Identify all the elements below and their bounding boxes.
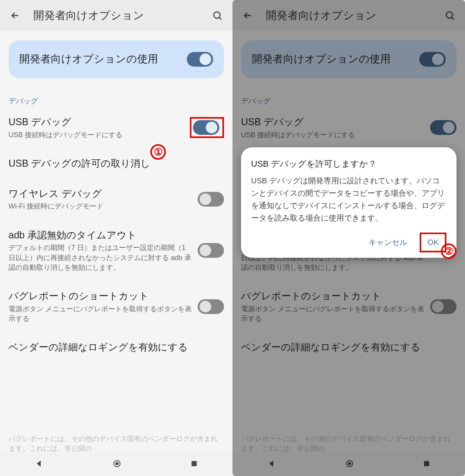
row-sub: 電源ボタン メニューにバグレポートを取得するボタンを表示する bbox=[241, 304, 426, 324]
row-title: USB デバッグ bbox=[9, 116, 186, 129]
appbar: 開発者向けオプション bbox=[232, 0, 465, 31]
nav-back-icon[interactable] bbox=[34, 459, 44, 470]
row-title: ワイヤレス デバッグ bbox=[9, 187, 194, 200]
dialog-body: USB デバッグは開発専用に設計されています。パソコンとデバイスの間でデータをコ… bbox=[251, 174, 446, 224]
row-title: ベンダーの詳細なロギングを有効にする bbox=[241, 341, 453, 354]
hero-card[interactable]: 開発者向けオプションの使用 bbox=[241, 40, 456, 78]
row-usb-debug[interactable]: USB デバッグ USB 接続時はデバッグモードにする bbox=[241, 106, 456, 148]
annotation-badge-2: ② bbox=[441, 243, 456, 259]
hero-card[interactable]: 開発者向けオプションの使用 bbox=[9, 40, 224, 78]
section-label-debug: デバッグ bbox=[241, 96, 456, 106]
svg-rect-3 bbox=[192, 461, 197, 466]
page-title: 開発者向けオプション bbox=[266, 8, 443, 23]
faded-text: バグレポートには、その他のデバイス固有のベンダーログが含まれます。これには、非公… bbox=[9, 434, 224, 454]
row-vendor-logging[interactable]: ベンダーの詳細なロギングを有効にする bbox=[9, 331, 224, 369]
row-wireless-debug[interactable]: ワイヤレス デバッグ Wi-Fi 接続時にデバッグモード bbox=[9, 178, 224, 219]
dialog-ok-button[interactable]: OK bbox=[426, 236, 440, 249]
row-sub: Wi-Fi 接続時にデバッグモード bbox=[9, 202, 194, 211]
row-bugreport[interactable]: バグレポートのショートカット 電源ボタン メニューにバグレポートを取得するボタン… bbox=[9, 280, 224, 331]
hero-switch[interactable] bbox=[187, 52, 213, 67]
dialog-title: USB デバッグを許可しますか？ bbox=[251, 158, 446, 170]
svg-point-2 bbox=[116, 462, 118, 465]
svg-rect-7 bbox=[424, 461, 429, 466]
hero-switch[interactable] bbox=[419, 52, 446, 67]
usb-debug-switch[interactable] bbox=[430, 120, 456, 135]
row-title: ベンダーの詳細なロギングを有効にする bbox=[9, 341, 220, 354]
dialog-cancel-button[interactable]: キャンセル bbox=[367, 235, 409, 250]
back-icon[interactable] bbox=[9, 9, 22, 22]
annotation-box-1 bbox=[190, 117, 224, 138]
dialog: USB デバッグを許可しますか？ USB デバッグは開発専用に設計されています。… bbox=[241, 147, 456, 258]
svg-point-0 bbox=[214, 12, 220, 18]
appbar: 開発者向けオプション bbox=[0, 0, 232, 31]
faded-text: バグレポートには、その他のデバイス固有のベンダーログが含まれます。これには、非公… bbox=[241, 434, 456, 454]
dialog-wrap: USB デバッグを許可しますか？ USB デバッグは開発専用に設計されています。… bbox=[241, 147, 456, 258]
back-icon[interactable] bbox=[241, 9, 254, 22]
dialog-actions: キャンセル OK bbox=[251, 233, 446, 252]
nav-home-icon[interactable] bbox=[112, 459, 122, 470]
svg-point-6 bbox=[348, 462, 351, 465]
nav-recent-icon[interactable] bbox=[190, 460, 198, 469]
page-title: 開発者向けオプション bbox=[33, 8, 211, 23]
nav-back-icon[interactable] bbox=[267, 459, 276, 470]
nav-recent-icon[interactable] bbox=[423, 460, 431, 469]
row-usb-debug[interactable]: USB デバッグ USB 接続時はデバッグモードにする bbox=[9, 106, 224, 148]
nav-home-icon[interactable] bbox=[345, 459, 354, 470]
row-title: USB デバッグ bbox=[241, 116, 426, 129]
bugreport-switch[interactable] bbox=[198, 299, 224, 314]
search-icon[interactable] bbox=[211, 9, 224, 22]
row-sub: デフォルトの期間（7 日）またはユーザー設定の期間（1 日以上）内に再接続されな… bbox=[9, 243, 194, 272]
row-title: adb 承認無効のタイムアウト bbox=[9, 229, 194, 242]
screen-right: 開発者向けオプション 開発者向けオプションの使用 デバッグ USB デバッグ U… bbox=[232, 0, 465, 476]
svg-point-4 bbox=[446, 12, 453, 18]
row-adb-timeout[interactable]: adb 承認無効のタイムアウト デフォルトの期間（7 日）またはユーザー設定の期… bbox=[9, 219, 224, 280]
row-revoke-usb[interactable]: USB デバッグの許可の取り消し bbox=[9, 148, 224, 178]
row-title: バグレポートのショートカット bbox=[241, 290, 426, 303]
section-label-debug: デバッグ bbox=[9, 96, 224, 106]
row-sub: USB 接続時はデバッグモードにする bbox=[241, 130, 426, 140]
hero-label: 開発者向けオプションの使用 bbox=[19, 52, 187, 67]
hero-label: 開発者向けオプションの使用 bbox=[252, 52, 419, 67]
row-vendor-logging[interactable]: ベンダーの詳細なロギングを有効にする bbox=[241, 331, 456, 369]
adb-timeout-switch[interactable] bbox=[198, 243, 224, 258]
annotation-badge-1: ① bbox=[150, 144, 166, 160]
navbar bbox=[0, 453, 232, 476]
row-sub: 電源ボタン メニューにバグレポートを取得するボタンを表示する bbox=[9, 304, 194, 324]
screen-left: 開発者向けオプション 開発者向けオプションの使用 デバッグ USB デバッグ U… bbox=[0, 0, 232, 476]
content: 開発者向けオプションの使用 デバッグ USB デバッグ USB 接続時はデバッグ… bbox=[0, 40, 232, 369]
row-bugreport[interactable]: バグレポートのショートカット 電源ボタン メニューにバグレポートを取得するボタン… bbox=[241, 280, 456, 331]
usb-debug-switch[interactable] bbox=[193, 120, 219, 135]
row-title: バグレポートのショートカット bbox=[9, 290, 194, 303]
row-title: USB デバッグの許可の取り消し bbox=[9, 157, 220, 170]
row-sub: USB 接続時はデバッグモードにする bbox=[9, 130, 186, 140]
bugreport-switch[interactable] bbox=[430, 299, 456, 314]
search-icon[interactable] bbox=[443, 9, 456, 22]
wireless-debug-switch[interactable] bbox=[198, 192, 224, 207]
navbar bbox=[232, 453, 465, 476]
